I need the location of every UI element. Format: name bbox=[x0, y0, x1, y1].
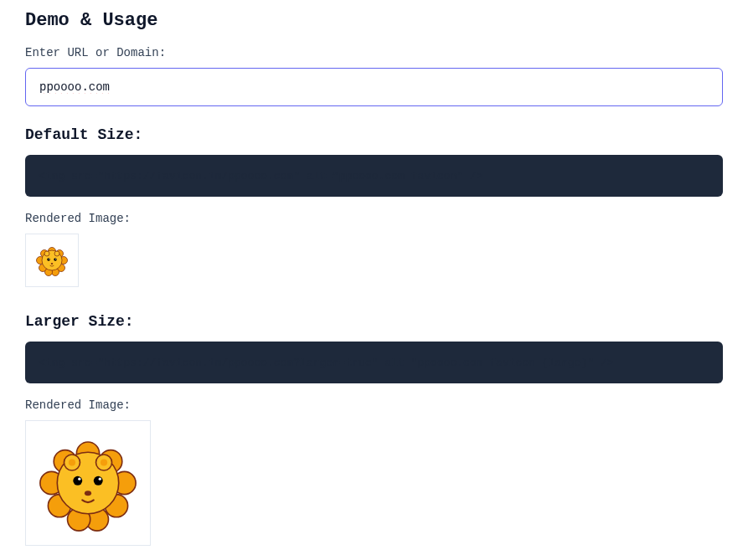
svg-point-31 bbox=[73, 476, 82, 486]
url-input[interactable] bbox=[25, 68, 723, 106]
svg-point-33 bbox=[78, 478, 80, 480]
default-code-block: <img src="https://favicon.im/ppoooo.com"… bbox=[25, 155, 723, 197]
svg-point-35 bbox=[85, 491, 91, 496]
url-input-label: Enter URL or Domain: bbox=[25, 46, 723, 59]
svg-point-34 bbox=[99, 478, 101, 480]
larger-code-block: <img src="https://favicon.im/ppoooo.com?… bbox=[25, 342, 723, 383]
svg-point-30 bbox=[101, 459, 107, 465]
svg-point-16 bbox=[51, 263, 54, 265]
svg-point-12 bbox=[47, 258, 50, 261]
svg-point-32 bbox=[94, 476, 103, 486]
default-rendered-label: Rendered Image: bbox=[25, 212, 723, 225]
larger-size-heading: Larger Size: bbox=[25, 313, 723, 330]
lion-favicon-small-icon bbox=[31, 239, 73, 281]
larger-rendered-label: Rendered Image: bbox=[25, 398, 723, 412]
default-code-text: <img src="https://favicon.im/ppoooo.com"… bbox=[39, 170, 483, 182]
page-title: Demo & Usage bbox=[25, 10, 723, 31]
default-size-heading: Default Size: bbox=[25, 126, 723, 143]
svg-point-13 bbox=[54, 258, 57, 261]
svg-point-10 bbox=[44, 251, 49, 256]
svg-point-11 bbox=[54, 251, 59, 256]
svg-point-29 bbox=[69, 459, 75, 465]
svg-point-14 bbox=[49, 259, 49, 259]
larger-code-text: <img src="https://favicon.im/ppoooo.com?… bbox=[39, 357, 614, 369]
lion-favicon-large-icon bbox=[31, 426, 145, 540]
svg-point-15 bbox=[55, 259, 56, 259]
default-rendered-image bbox=[25, 234, 79, 287]
larger-rendered-image bbox=[25, 420, 151, 546]
